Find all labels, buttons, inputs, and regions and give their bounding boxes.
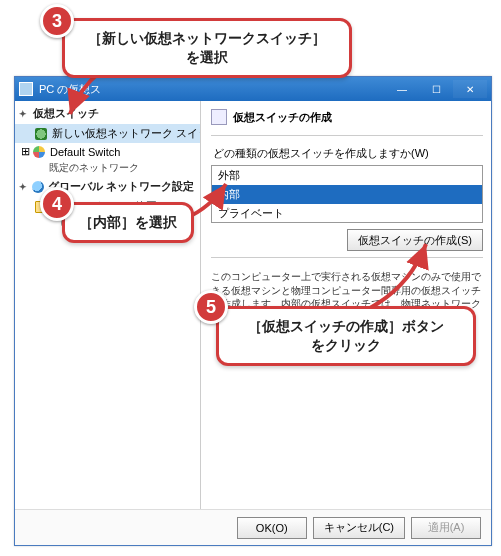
switch-type-question: どの種類の仮想スイッチを作成しますか(W) — [213, 146, 483, 161]
switch-icon — [35, 128, 47, 140]
group-label: グローバル ネットワーク設定 — [48, 179, 194, 194]
default-switch-icon — [33, 146, 45, 158]
cancel-button[interactable]: キャンセル(C) — [313, 517, 405, 539]
tree-item-label: 新しい仮想ネットワーク スイッチ — [52, 126, 201, 141]
expander-icon[interactable]: ✦ — [19, 109, 29, 119]
divider — [211, 135, 483, 136]
create-switch-row: 仮想スイッチの作成(S) — [211, 229, 483, 251]
tree-subitem-default-network[interactable]: 既定のネットワーク — [15, 160, 200, 176]
app-icon — [19, 82, 33, 96]
tree-item-default-switch[interactable]: ⊞ Default Switch — [15, 143, 200, 160]
switch-type-list[interactable]: 外部 内部 プライベート — [211, 165, 483, 223]
pane-header-icon — [211, 109, 227, 125]
arrow-step-5 — [360, 236, 440, 316]
apply-button[interactable]: 適用(A) — [411, 517, 481, 539]
callout-step-5: ［仮想スイッチの作成］ボタンをクリック — [216, 306, 476, 366]
switch-type-internal[interactable]: 内部 — [212, 185, 482, 204]
step-badge-4: 4 — [40, 187, 74, 221]
close-button[interactable]: ✕ — [453, 80, 487, 98]
callout-step-3: ［新しい仮想ネットワークスイッチ］を選択 — [62, 18, 352, 78]
divider — [211, 257, 483, 258]
tree-subitem-label: 既定のネットワーク — [49, 162, 139, 173]
tree-item-label: Default Switch — [50, 146, 120, 158]
switch-type-external[interactable]: 外部 — [212, 166, 482, 185]
pane-header-text: 仮想スイッチの作成 — [233, 110, 332, 125]
globe-icon — [32, 181, 44, 193]
left-tree: ✦ 仮想スイッチ 新しい仮想ネットワーク スイッチ ⊞ Default Swit… — [15, 101, 201, 509]
minimize-button[interactable]: — — [385, 80, 419, 98]
right-pane-header: 仮想スイッチの作成 — [211, 107, 483, 129]
step-badge-3: 3 — [40, 4, 74, 38]
expander-icon[interactable]: ✦ — [19, 182, 28, 192]
callout-step-4: ［内部］を選択 — [62, 202, 194, 243]
right-pane: 仮想スイッチの作成 どの種類の仮想スイッチを作成しますか(W) 外部 内部 プラ… — [201, 101, 491, 509]
ok-button[interactable]: OK(O) — [237, 517, 307, 539]
step-badge-5: 5 — [194, 290, 228, 324]
switch-type-private[interactable]: プライベート — [212, 204, 482, 223]
maximize-button[interactable]: ☐ — [419, 80, 453, 98]
expander-icon[interactable]: ⊞ — [21, 145, 30, 158]
dialog-footer: OK(O) キャンセル(C) 適用(A) — [15, 509, 491, 545]
